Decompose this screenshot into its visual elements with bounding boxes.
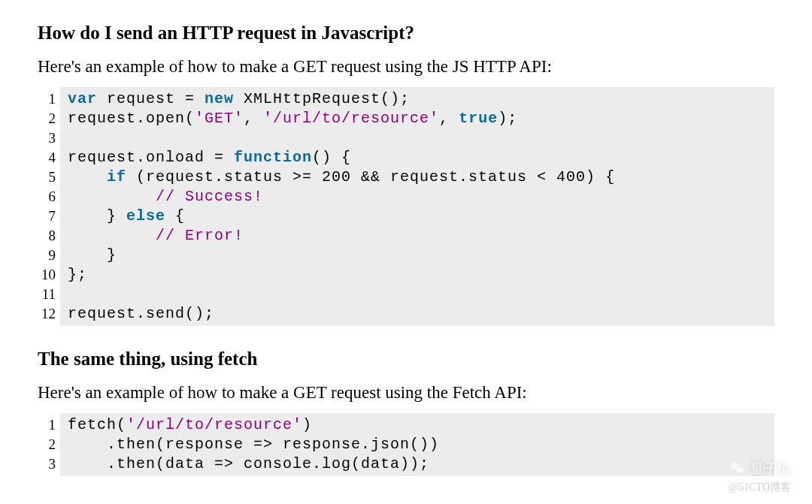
code-block-2: 123 fetch('/url/to/resource') .then(resp… xyxy=(38,413,774,476)
section-intro-1: Here's an example of how to make a GET r… xyxy=(38,57,774,77)
code-content: var request = new XMLHttpRequest(); requ… xyxy=(60,87,774,326)
line-number: 11 xyxy=(38,285,56,304)
line-number: 2 xyxy=(38,435,56,454)
line-number: 3 xyxy=(38,454,56,474)
line-number: 6 xyxy=(38,187,56,207)
line-number: 3 xyxy=(38,128,56,148)
line-number: 1 xyxy=(38,89,56,109)
line-number: 2 xyxy=(38,109,56,128)
line-number: 5 xyxy=(38,167,56,187)
section-heading-2: The same thing, using fetch xyxy=(38,349,774,370)
line-number-gutter: 123456789101112 xyxy=(38,87,60,326)
line-number: 1 xyxy=(38,415,56,435)
line-number: 12 xyxy=(38,304,56,324)
line-number: 4 xyxy=(38,148,56,167)
line-number: 9 xyxy=(38,246,56,265)
code-content: fetch('/url/to/resource') .then(response… xyxy=(60,413,774,476)
line-number-gutter: 123 xyxy=(38,413,60,476)
watermark-sub: @51CTO博客 xyxy=(729,481,791,494)
section-intro-2: Here's an example of how to make a GET r… xyxy=(38,383,774,403)
line-number: 7 xyxy=(38,207,56,226)
line-number: 8 xyxy=(38,226,56,246)
line-number: 10 xyxy=(38,265,56,285)
section-heading-1: How do I send an HTTP request in Javascr… xyxy=(38,23,774,44)
code-block-1: 123456789101112 var request = new XMLHtt… xyxy=(38,87,774,326)
